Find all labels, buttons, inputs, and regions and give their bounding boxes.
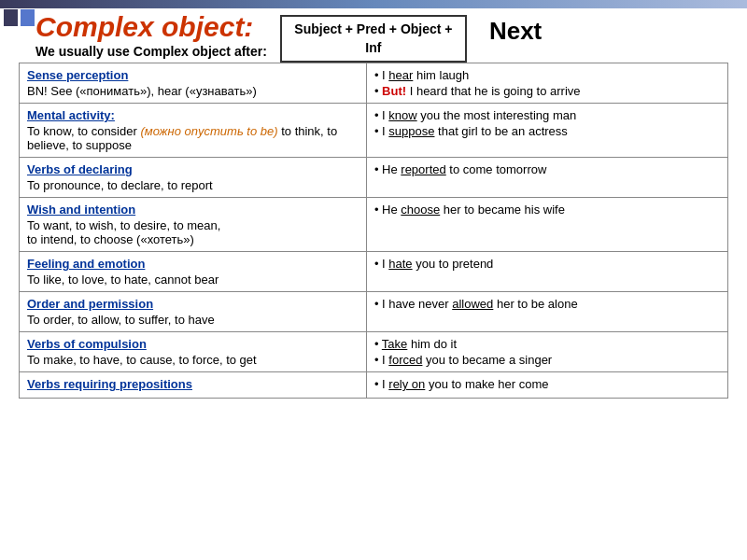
- table-row: Mental activity: To know, to consider (м…: [20, 104, 728, 158]
- page-subtitle: We usually use Complex object after:: [35, 44, 267, 59]
- desc-wish-intention: To want, to wish, to desire, to mean,to …: [27, 218, 220, 246]
- example-4: • I suppose that girl to be an actress: [374, 124, 720, 138]
- category-mental-activity: Mental activity:: [27, 108, 359, 122]
- example-11: • I rely on you to make her come: [374, 377, 720, 391]
- desc-verbs-compulsion: To make, to have, to cause, to force, to…: [27, 353, 257, 367]
- category-verbs-prepositions: Verbs requiring prepositions: [27, 377, 359, 391]
- example-10: • I forced you to became a singer: [374, 353, 720, 367]
- desc-mental-activity: To know, to consider (можно опустить to …: [27, 124, 337, 152]
- desc-order-permission: To order, to allow, to suffer, to have: [27, 313, 215, 327]
- category-verbs-declaring: Verbs of declaring: [27, 162, 359, 176]
- category-wish-intention: Wish and intention: [27, 203, 359, 217]
- page-title: Complex object:: [35, 11, 267, 43]
- table-row: Verbs of declaring To pronounce, to decl…: [20, 158, 728, 198]
- example-3: • I know you the most interesting man: [374, 108, 720, 122]
- formula-box: Subject + Pred + Object + Inf: [280, 15, 467, 63]
- table-row: Wish and intention To want, to wish, to …: [20, 198, 728, 252]
- table-row: Verbs requiring prepositions • I rely on…: [20, 372, 728, 399]
- example-1: • I hear him laugh: [374, 68, 720, 82]
- category-sense-perception: Sense perception: [27, 68, 359, 82]
- table-row: Feeling and emotion To like, to love, to…: [20, 252, 728, 292]
- example-2: • But! I heard that he is going to arriv…: [374, 84, 720, 98]
- main-table: Sense perception ВN! See («понимать»), h…: [19, 63, 728, 399]
- accent-square-dark: [4, 9, 18, 26]
- example-5: • He reported to come tomorrow: [374, 162, 720, 176]
- category-feeling-emotion: Feeling and emotion: [27, 257, 359, 271]
- category-order-permission: Order and permission: [27, 297, 359, 311]
- table-row: Verbs of compulsion To make, to have, to…: [20, 332, 728, 372]
- example-6: • He choose her to became his wife: [374, 203, 720, 217]
- example-9: • Take him do it: [374, 337, 720, 351]
- category-verbs-compulsion: Verbs of compulsion: [27, 337, 359, 351]
- example-8: • I have never allowed her to be alone: [374, 297, 720, 311]
- table-row: Sense perception ВN! See («понимать»), h…: [20, 63, 728, 104]
- next-button[interactable]: Next: [489, 17, 542, 46]
- desc-feeling-emotion: To like, to love, to hate, cannot bear: [27, 273, 218, 287]
- accent-square-blue: [21, 9, 35, 26]
- desc-sense-perception: ВN! See («понимать»), hear («узнавать»): [27, 84, 257, 98]
- table-row: Order and permission To order, to allow,…: [20, 292, 728, 332]
- example-7: • I hate you to pretend: [374, 257, 720, 271]
- desc-verbs-declaring: To pronounce, to declare, to report: [27, 178, 213, 192]
